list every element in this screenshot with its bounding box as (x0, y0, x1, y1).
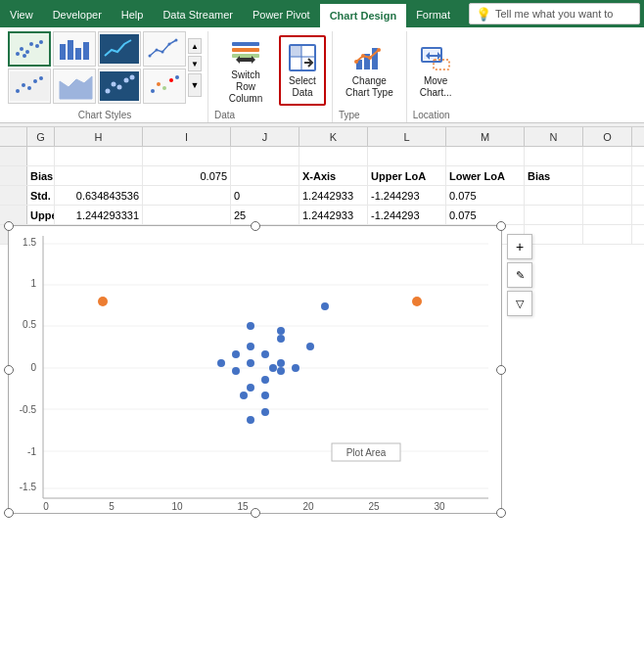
location-section: MoveChart... Location (407, 31, 465, 122)
cell[interactable] (632, 225, 644, 244)
col-header-H[interactable]: H (55, 127, 143, 146)
cell[interactable] (231, 166, 299, 185)
col-header-M[interactable]: M (446, 127, 525, 146)
cell[interactable] (525, 206, 583, 224)
move-chart-button[interactable]: MoveChart... (413, 35, 459, 106)
cell[interactable] (583, 186, 632, 205)
cell[interactable]: 1.2442933 (299, 206, 368, 224)
col-header-N[interactable]: N (525, 127, 583, 146)
cell[interactable] (525, 225, 583, 244)
scroll-down[interactable]: ▼ (188, 56, 202, 71)
cell[interactable]: 0.075 (446, 186, 525, 205)
ribbon-tab-data-streamer[interactable]: Data Streamer (153, 2, 243, 27)
cell[interactable] (632, 147, 644, 165)
cell[interactable] (446, 147, 525, 165)
chart-style-6[interactable] (53, 69, 96, 104)
svg-rect-36 (290, 45, 301, 57)
cell[interactable] (368, 147, 446, 165)
chart-style-5[interactable] (8, 69, 51, 104)
svg-point-25 (124, 78, 129, 83)
cell[interactable]: Upper LoA (368, 166, 446, 185)
cell[interactable]: X-Axis (299, 166, 368, 185)
cell[interactable]: 1.2442933 (299, 186, 368, 205)
tell-me-bar[interactable]: 💡 Tell me what you want to (469, 3, 640, 24)
handle-bc[interactable] (251, 508, 260, 518)
handle-ml[interactable] (4, 365, 14, 375)
select-data-button[interactable]: SelectData (279, 35, 326, 106)
handle-tc[interactable] (251, 221, 260, 231)
col-header-J[interactable]: J (231, 127, 299, 146)
move-chart-icon (420, 42, 451, 73)
cell[interactable] (632, 206, 644, 224)
cell[interactable]: 0 (231, 186, 299, 205)
chart-style-7[interactable] (98, 69, 141, 104)
change-chart-type-button[interactable]: ChangeChart Type (339, 35, 400, 106)
cell[interactable] (632, 186, 644, 205)
cell[interactable]: Bias (525, 166, 583, 185)
chart-filters-button[interactable]: ▽ (507, 291, 532, 316)
col-header-I[interactable]: I (143, 127, 231, 146)
handle-tl[interactable] (4, 221, 14, 231)
cell[interactable] (583, 147, 632, 165)
ribbon-tab-format[interactable]: Format (406, 2, 460, 27)
cell[interactable]: 0.075 (143, 166, 231, 185)
cell[interactable]: Lower LoA (446, 166, 525, 185)
cell[interactable]: -1.244293 (368, 206, 446, 224)
cell[interactable] (632, 166, 644, 185)
add-chart-element-button[interactable]: + (507, 234, 532, 259)
svg-point-1 (20, 47, 23, 51)
chart-style-8[interactable] (143, 69, 186, 104)
col-header-G[interactable]: G (27, 127, 55, 146)
col-header-L[interactable]: L (368, 127, 446, 146)
chart-style-4[interactable] (143, 31, 186, 67)
switch-row-col-label: Switch RowColumn (221, 69, 270, 105)
cell[interactable] (55, 147, 143, 165)
cell[interactable]: -1.244293 (368, 186, 446, 205)
handle-tr[interactable] (496, 221, 506, 231)
cell[interactable] (525, 147, 583, 165)
handle-bl[interactable] (4, 508, 14, 518)
svg-point-14 (168, 43, 171, 46)
cell[interactable] (525, 186, 583, 205)
ribbon-tab-chart-design[interactable]: Chart Design (320, 2, 406, 27)
col-header-P[interactable]: P (632, 127, 644, 146)
cell[interactable]: Upper LoA (27, 206, 55, 224)
ribbon-tab-view[interactable]: View (0, 2, 43, 27)
svg-point-15 (175, 39, 178, 42)
switch-row-col-button[interactable]: Switch RowColumn (214, 35, 277, 106)
cell[interactable] (583, 225, 632, 244)
chart-styles-button[interactable]: ✎ (507, 262, 532, 288)
cell[interactable]: 0.075 (446, 206, 525, 224)
cell[interactable] (583, 166, 632, 185)
cell[interactable] (143, 186, 231, 205)
cell[interactable]: 1.244293331 (55, 206, 143, 224)
scroll-more[interactable]: ▼ (188, 73, 202, 97)
handle-br[interactable] (496, 508, 506, 518)
col-header-K[interactable]: K (299, 127, 368, 146)
cell[interactable] (143, 147, 231, 165)
cell[interactable]: 25 (231, 206, 299, 224)
ribbon-tab-help[interactable]: Help (112, 2, 154, 27)
cell[interactable] (143, 206, 231, 224)
handle-mr[interactable] (496, 365, 506, 375)
svg-text:0.5: 0.5 (23, 319, 36, 330)
col-header-O[interactable]: O (583, 127, 632, 146)
cell[interactable]: 0.634843536 (55, 186, 143, 205)
chart-style-1[interactable] (8, 31, 51, 67)
cell[interactable] (583, 206, 632, 224)
svg-point-79 (269, 364, 277, 372)
ribbon-tab-developer[interactable]: Developer (43, 2, 112, 27)
scroll-up[interactable]: ▲ (188, 38, 202, 54)
chart-style-3[interactable] (98, 31, 141, 67)
cell[interactable]: Bias (27, 166, 55, 185)
cell[interactable] (299, 147, 368, 165)
svg-point-45 (377, 48, 381, 52)
ribbon-tab-power-pivot[interactable]: Power Pivot (243, 2, 320, 27)
cell[interactable] (55, 166, 143, 185)
lightbulb-icon: 💡 (476, 7, 491, 22)
chart-style-2[interactable] (53, 31, 96, 67)
page-wrapper: ViewDeveloperHelpData StreamerPower Pivo… (0, 0, 644, 646)
cell[interactable] (27, 147, 55, 165)
cell[interactable] (231, 147, 299, 165)
cell[interactable]: Std. Deviation (27, 186, 55, 205)
